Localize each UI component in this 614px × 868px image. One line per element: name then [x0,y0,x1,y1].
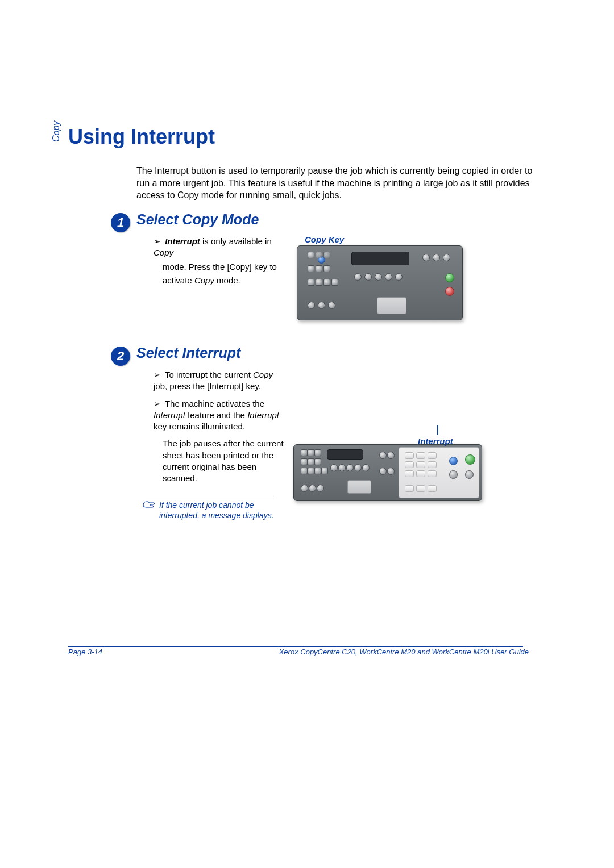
panel-button [323,279,330,286]
panel-button [449,470,458,479]
bullet-arrow-icon: ➢ [154,369,160,381]
note-row: If the current job cannot be interrupted… [142,500,290,520]
step-1-title: Select Copy Mode [136,211,259,228]
step1-line3-em: Copy [194,276,214,285]
keypad-key [416,470,425,477]
step1-bullet-em1: Interrupt [165,236,200,246]
panel-button [379,452,387,459]
intro-paragraph: The Interrupt button is used to temporar… [136,165,534,202]
panel-button [465,470,474,479]
step2-b2-pre: The machine activates the [165,399,264,408]
step2-b2-em2: Interrupt [247,410,279,420]
keypad-key [416,461,425,468]
panel-button [317,485,324,492]
panel-button [314,458,321,465]
note-hand-icon [142,500,156,512]
panel-button [308,468,314,474]
panel-button [316,265,322,272]
figure-1-control-panel [297,245,463,320]
start-button-icon [465,454,475,465]
footer-rule [68,646,523,647]
panel-button [301,449,308,456]
panel-button [314,468,321,474]
step2-b1-pre: To interrupt the current [165,370,253,379]
panel-button [321,468,328,474]
keypad-key [405,470,414,477]
step1-line3-pre: activate [163,276,194,285]
panel-nav-button [375,273,382,281]
panel-button [308,449,314,456]
panel-tray-icon [347,480,371,494]
step1-bullet-mid: is only available in [200,236,272,246]
panel-nav-button [338,464,346,471]
panel-button [443,254,450,261]
panel-button [308,279,314,286]
panel-button [316,279,322,286]
keypad-key [405,452,414,459]
step2-b2-mid: feature and the [185,410,247,420]
footer-page-number: Page 3-14 [68,648,102,656]
keypad-key [416,485,425,492]
stop-button-icon [445,287,454,296]
figure-2-label: Interrupt [418,436,453,446]
panel-nav-button [364,273,372,281]
footer-doc-title: Xerox CopyCentre C20, WorkCentre M20 and… [279,648,529,656]
step-1-number: 1 [117,215,124,230]
panel-nav-button [395,273,403,281]
panel-button [331,279,338,286]
keypad-key [428,470,437,477]
step-1-body: ➢ Interrupt is only available in Copy mo… [154,236,290,289]
step1-line2: mode. Press the [Copy] key to [154,261,290,273]
step2-b3: The job pauses after the current sheet h… [154,438,284,484]
panel-button [318,302,325,309]
panel-nav-button [346,464,354,471]
panel-lcd [327,449,363,460]
step-2-number: 2 [117,349,124,364]
panel-nav-button [330,464,338,471]
panel-button [316,252,322,258]
panel-button [301,468,308,474]
panel-button [309,485,316,492]
note-text: If the current job cannot be interrupted… [159,500,290,520]
panel-nav-button [354,273,362,281]
figure-1-label: Copy Key [305,235,344,244]
panel-lcd [351,252,409,265]
panel-nav-button [362,464,370,471]
panel-button [308,265,314,272]
step-2-badge: 2 [111,347,130,366]
step-2-title: Select Interrupt [136,345,240,361]
panel-button [379,468,387,475]
keypad-key [428,461,437,468]
keypad-key [405,461,414,468]
start-button-icon [445,273,454,282]
keypad-key [428,452,437,459]
panel-button [314,449,321,456]
keypad-key [428,485,437,492]
panel-button [433,254,440,261]
step2-b1-post: job, press the [Interrupt] key. [154,381,261,391]
keypad-key [416,452,425,459]
panel-button [328,302,335,309]
note-separator [146,496,276,496]
panel-nav-button [385,273,392,281]
step2-b2-post: key remains illuminated. [154,422,245,431]
panel-button [422,254,430,261]
panel-button [323,265,330,272]
panel-nav-button [354,464,362,471]
panel-keypad [399,447,479,498]
page-title: Using Interrupt [68,125,215,149]
step-1-badge: 1 [111,213,130,232]
interrupt-key-icon [449,457,458,465]
step2-b2-em1: Interrupt [154,410,185,420]
page: Copy Using Interrupt The Interrupt butto… [0,0,614,868]
figure-2-control-panel [293,444,482,501]
panel-button [387,468,395,475]
figure-2-pointer-line [437,425,438,435]
side-chapter-label: Copy [51,121,61,142]
panel-tray-icon [377,297,406,314]
panel-button [308,252,314,258]
panel-button [308,458,314,465]
step-2-body: ➢ To interrupt the current Copy job, pre… [154,369,284,490]
panel-button [387,452,395,459]
panel-button [323,252,330,258]
